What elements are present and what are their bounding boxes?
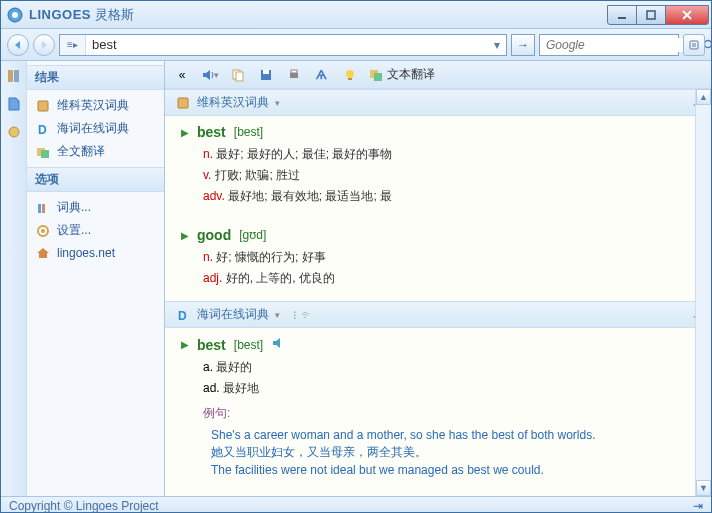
books-icon: [35, 200, 51, 216]
pos-label: n.: [203, 147, 213, 161]
app-title-brand: LINGOES: [29, 7, 91, 22]
text-translate-button[interactable]: 文本翻译: [369, 66, 435, 83]
svg-rect-3: [647, 11, 655, 19]
svg-rect-13: [8, 70, 13, 82]
statusbar: Copyright © Lingoes Project ⇥: [1, 496, 711, 513]
svg-rect-2: [618, 17, 626, 19]
play-icon[interactable]: ▶: [181, 230, 189, 241]
entry-phonetic: [best]: [234, 338, 263, 352]
svg-marker-7: [42, 41, 47, 49]
entry-word: best: [197, 337, 226, 353]
menu-button[interactable]: [683, 34, 705, 56]
example-cn: 她又当职业妇女，又当母亲，两全其美。: [181, 442, 695, 461]
sidebar-item-fulltext[interactable]: 全文翻译: [27, 140, 164, 163]
play-icon[interactable]: ▶: [181, 339, 189, 350]
sidebar-item-website[interactable]: lingoes.net: [27, 242, 164, 264]
svg-text:D: D: [178, 309, 187, 322]
scrollbar[interactable]: ▲ ▼: [695, 89, 711, 496]
pos-label: n.: [203, 250, 213, 264]
pos-label: v.: [203, 168, 211, 182]
example-label: 例句:: [181, 399, 695, 426]
sidebar-item-dictionaries[interactable]: 词典...: [27, 196, 164, 219]
def-text: 打败; 欺骗; 胜过: [215, 168, 300, 182]
find-icon[interactable]: Ѧ: [313, 66, 331, 84]
svg-rect-16: [38, 101, 48, 111]
search-go-button[interactable]: →: [511, 34, 535, 56]
pos-label: adj.: [203, 271, 222, 285]
search-box: ≡▸ ▾: [59, 34, 507, 56]
def-text: 最好; 最好的人; 最佳; 最好的事物: [216, 147, 392, 161]
main-toolbar: ≡▸ ▾ → ▾: [1, 29, 711, 61]
collapse-left-icon[interactable]: «: [173, 66, 191, 84]
content-area[interactable]: 维科英汉词典 ▾ ⌄ ▶ best [best] n. 最好; 最好的人; 最佳…: [165, 89, 711, 496]
back-button[interactable]: [7, 34, 29, 56]
def-text: 最好地; 最有效地; 最适当地; 最: [228, 189, 392, 203]
search-mode-icon[interactable]: ≡▸: [60, 35, 86, 55]
entry-phonetic: [best]: [234, 125, 263, 139]
close-button[interactable]: [665, 5, 709, 25]
def-text: 最好地: [223, 381, 259, 395]
d-icon: D: [35, 121, 51, 137]
svg-rect-34: [348, 78, 352, 80]
web-search-input[interactable]: [540, 38, 703, 52]
print-icon[interactable]: [285, 66, 303, 84]
search-dropdown-icon[interactable]: ▾: [488, 35, 506, 55]
left-panel: 结果 维科英汉词典 D 海词在线词典 全文翻译 选项: [1, 61, 165, 496]
window-controls: [608, 5, 709, 25]
minimize-button[interactable]: [607, 5, 637, 25]
dict-block-haici: D 海词在线词典 ▾ ⋮ ᯤ ⌄ ▶ best [best] a. 最好的 ad: [165, 301, 711, 489]
bulb-icon[interactable]: [341, 66, 359, 84]
svg-rect-30: [290, 73, 298, 78]
sidebar-item-settings[interactable]: 设置...: [27, 219, 164, 242]
tab-guide-icon[interactable]: [5, 95, 23, 113]
pos-label: adv.: [203, 189, 225, 203]
svg-point-33: [346, 70, 354, 78]
entry-word: good: [197, 227, 231, 243]
svg-point-8: [705, 40, 712, 47]
pos-label: ad.: [203, 381, 220, 395]
svg-rect-14: [14, 70, 19, 82]
sidebar-item-label: 海词在线词典: [57, 120, 129, 137]
svg-rect-27: [236, 72, 243, 81]
maximize-button[interactable]: [636, 5, 666, 25]
tab-index-icon[interactable]: [5, 67, 23, 85]
svg-rect-31: [291, 70, 297, 73]
def-text: 好的, 上等的, 优良的: [226, 271, 335, 285]
svg-rect-29: [263, 70, 269, 74]
copy-icon[interactable]: [229, 66, 247, 84]
scroll-down-icon[interactable]: ▼: [696, 480, 711, 496]
gear-icon: [35, 223, 51, 239]
dict-header[interactable]: D 海词在线词典 ▾ ⋮ ᯤ ⌄: [165, 301, 711, 328]
example-en: The facilities were not ideal but we man…: [181, 461, 695, 477]
forward-button[interactable]: [33, 34, 55, 56]
play-icon[interactable]: ▶: [181, 127, 189, 138]
dict-name: 海词在线词典: [197, 306, 269, 323]
sidebar-item-label: 设置...: [57, 222, 91, 239]
tab-appendix-icon[interactable]: [5, 123, 23, 141]
content-toolbar: « ▾ Ѧ 文本翻译: [165, 61, 711, 89]
pin-icon[interactable]: ⇥: [693, 499, 703, 513]
speaker-icon[interactable]: ▾: [201, 66, 219, 84]
svg-marker-6: [15, 41, 20, 49]
entry: ▶ good [gʊd] n. 好; 慷慨的行为; 好事 adj. 好的, 上等…: [165, 219, 711, 301]
dict-header[interactable]: 维科英汉词典 ▾ ⌄: [165, 89, 711, 116]
sidebar-item-dict-vicon[interactable]: 维科英汉词典: [27, 94, 164, 117]
save-icon[interactable]: [257, 66, 275, 84]
speaker-icon[interactable]: [271, 336, 285, 353]
entry-phonetic: [gʊd]: [239, 228, 266, 242]
section-options-header: 选项: [27, 167, 164, 192]
translate-icon: [35, 144, 51, 160]
titlebar: LINGOES 灵格斯: [1, 1, 711, 29]
entry: ▶ best [best] n. 最好; 最好的人; 最佳; 最好的事物 v. …: [165, 116, 711, 219]
d-icon: D: [175, 307, 191, 323]
svg-rect-19: [41, 150, 49, 158]
svg-rect-37: [178, 98, 188, 108]
home-icon: [35, 245, 51, 261]
sidebar-item-dict-haici[interactable]: D 海词在线词典: [27, 117, 164, 140]
entry-word: best: [197, 124, 226, 140]
main-area: 结果 维科英汉词典 D 海词在线词典 全文翻译 选项: [1, 61, 711, 496]
dict-name: 维科英汉词典: [197, 94, 269, 111]
text-translate-label: 文本翻译: [387, 66, 435, 83]
scroll-up-icon[interactable]: ▲: [696, 89, 711, 105]
search-input[interactable]: [86, 35, 488, 55]
